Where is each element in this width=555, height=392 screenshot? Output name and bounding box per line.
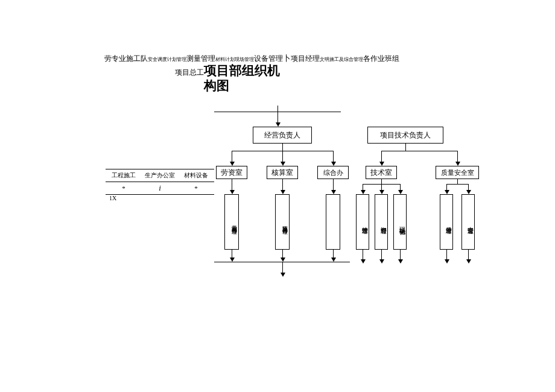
hdr-t7: 卜 (283, 54, 291, 63)
lbl-zhiliang-anquan: 质量安全室 (441, 168, 474, 177)
l2-laozi-v (232, 179, 232, 191)
l1l-a1 (230, 162, 235, 166)
l2-jishu-a3 (398, 190, 403, 194)
br-a4 (445, 259, 449, 264)
lbl-zhiliang: 质量管理 (444, 222, 452, 224)
l2-laozi-a (230, 190, 235, 194)
br-a5 (466, 259, 471, 264)
vbox-ziliao: 资料管理 (375, 194, 388, 250)
b-vfinal-left (282, 262, 283, 274)
l1l-c1 (232, 151, 232, 163)
vbox-empty (326, 194, 340, 250)
b-afinal-left (281, 273, 285, 277)
l1r-hbar (381, 151, 457, 151)
br-a1 (361, 259, 366, 264)
title-main1: 项目部组织机 (204, 63, 280, 78)
box-zonghe: 综合办 (317, 166, 349, 179)
l2-zl-a1 (445, 190, 449, 194)
l1l-c2 (282, 151, 283, 163)
hdr-t3: 安全调度计划管理 (148, 57, 186, 62)
vbox-laodongli: 劳动力与考勤管理 (224, 194, 239, 250)
top-to-box (278, 112, 278, 124)
l2-zl-a2 (466, 190, 471, 194)
vbox-jishu-mgmt: 技术管理 (356, 194, 369, 250)
l2-jishu-a2 (379, 190, 384, 194)
l2-zonghe-v (333, 179, 334, 191)
lbl-anquan: 安全管理 (466, 222, 474, 224)
lbl-yujue: 预决算合同管理 (281, 221, 289, 226)
top-vconn (278, 106, 278, 112)
l2-zl-h (446, 184, 468, 185)
hdr-t8: 项目经理 (291, 54, 320, 63)
l2-hesuan-v (282, 179, 283, 191)
l2-hesuan-a (281, 190, 285, 194)
lbl-laodongli: 劳动力与考勤管理 (230, 221, 238, 226)
l1r-down (405, 144, 406, 151)
b-a3 (331, 258, 336, 262)
lbl-xianchang: 现场试化验 (398, 222, 406, 225)
l1l-a3 (331, 162, 336, 166)
hdr-t4: 测量管理 (186, 54, 215, 63)
vbox-yujue: 预决算合同管理 (275, 194, 290, 250)
hdr-t10: 各作业班组 (363, 54, 399, 63)
title-main2: 构图 (204, 77, 229, 94)
br-a2 (379, 259, 384, 264)
b-a1 (230, 258, 235, 262)
org-chart: 经营负责人 项目技术负责人 劳资室 核算室 综合办 技术室 质量安全室 (0, 106, 555, 335)
l1r-c2 (457, 151, 458, 163)
lbl-hesuan: 核算室 (271, 168, 293, 178)
vbox-xianchang: 现场试化验 (393, 194, 407, 250)
lbl-zonghe: 综合办 (323, 168, 343, 177)
box-jingying: 经营负责人 (253, 127, 312, 144)
title-line1: 项目总工项目部组织机 (175, 62, 280, 79)
box-hesuan: 核算室 (267, 166, 298, 179)
lbl-laozi: 劳资室 (221, 168, 243, 178)
hdr-t9: 文明施工及综合管理 (320, 57, 363, 62)
box-laozi: 劳资室 (216, 166, 247, 179)
br-a3 (398, 259, 403, 264)
lbl-ziliao: 资料管理 (379, 222, 387, 224)
lbl-jishu-fzr: 项目技术负责人 (380, 130, 431, 141)
lbl-jishu-mgmt: 技术管理 (360, 222, 369, 224)
hdr-t2: 专业施工队 (112, 54, 148, 63)
l2-jishu-a1 (361, 190, 366, 194)
vbox-zhiliang: 质量管理 (440, 194, 453, 250)
l2-zonghe-a (331, 190, 336, 194)
l1l-c3 (333, 151, 334, 163)
l1l-a2 (281, 162, 285, 166)
l1r-c1 (381, 151, 382, 163)
b-a2 (281, 258, 285, 262)
box-zhiliang-anquan: 质量安全室 (436, 166, 479, 179)
l2-jishu-v (381, 179, 382, 184)
box-jishu: 技术室 (366, 166, 397, 179)
lbl-jishu: 技术室 (370, 168, 392, 178)
l1r-a2 (455, 162, 460, 166)
l1r-a1 (379, 162, 384, 166)
header-keywords: 劳专业施工队安全调度计划管理测量管理材料计划现场管理设备管理卜项目经理文明施工及… (104, 53, 519, 64)
box-jishu-fzr: 项目技术负责人 (367, 127, 443, 144)
title-prefix: 项目总工 (175, 68, 204, 77)
hdr-t5: 材料计划现场管理 (215, 57, 254, 62)
lbl-jingying: 经营负责人 (264, 130, 300, 141)
hdr-t1: 劳 (104, 54, 112, 63)
vbox-anquan: 安全管理 (461, 194, 475, 250)
l1l-down (282, 144, 283, 151)
l2-zl-v (457, 179, 458, 184)
hdr-t6: 设备管理 (254, 54, 283, 63)
